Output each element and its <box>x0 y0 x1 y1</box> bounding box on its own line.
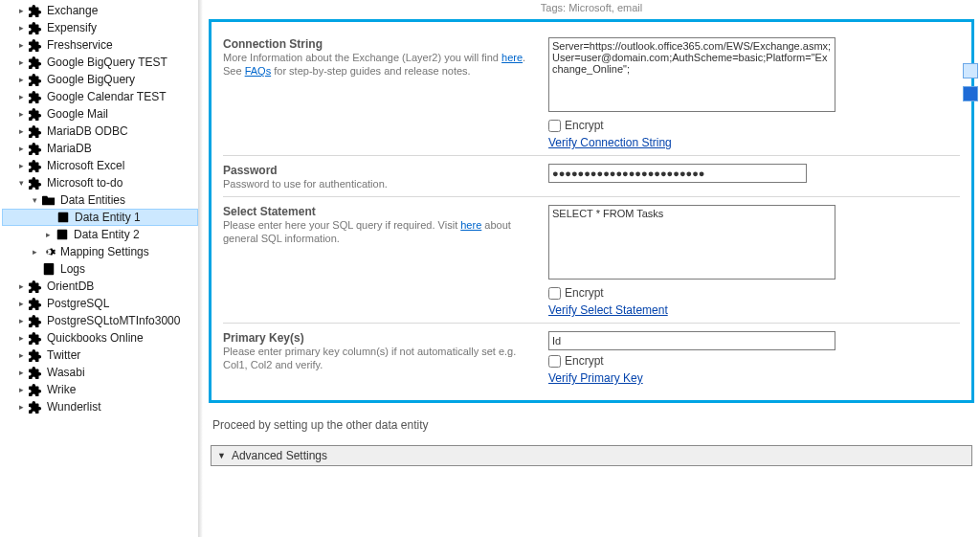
tree-item-label: Exchange <box>45 4 98 17</box>
tree-item-postgresqltomtinfo3000[interactable]: ▸PostgreSQLtoMTInfo3000 <box>2 312 198 329</box>
tree-item-data-entity-1[interactable]: Data Entity 1 <box>2 209 198 226</box>
chevron-right-icon[interactable]: ▸ <box>15 350 27 360</box>
chevron-right-icon[interactable]: ▸ <box>15 333 27 343</box>
faqs-link[interactable]: FAQs <box>245 65 272 77</box>
tree-item-freshservice[interactable]: ▸Freshservice <box>2 36 198 54</box>
primary-key-encrypt-checkbox[interactable] <box>548 355 561 368</box>
tree-item-google-mail[interactable]: ▸Google Mail <box>2 105 198 123</box>
verify-select-statement-link[interactable]: Verify Select Statement <box>548 303 668 317</box>
tree-item-label: Mapping Settings <box>58 245 149 258</box>
chevron-down-icon[interactable]: ▾ <box>15 178 27 188</box>
tree-item-data-entity-2[interactable]: ▸Data Entity 2 <box>2 226 198 243</box>
password-section: Password Password to use for authenticat… <box>223 155 960 196</box>
tree-item-wunderlist[interactable]: ▸Wunderlist <box>2 398 198 415</box>
exchange-info-link[interactable]: here <box>501 52 523 63</box>
chevron-right-icon[interactable]: ▸ <box>15 161 27 170</box>
datasheet-icon <box>55 227 70 242</box>
chevron-right-icon[interactable]: ▸ <box>15 109 27 119</box>
chevron-right-icon[interactable]: ▸ <box>15 23 27 33</box>
chevron-right-icon[interactable]: ▸ <box>15 144 27 153</box>
puzzle-icon <box>28 296 43 311</box>
tree-item-microsoft-to-do[interactable]: ▾Microsoft to-do <box>2 174 198 191</box>
gear-icon <box>41 244 56 259</box>
tree-item-expensify[interactable]: ▸Expensify <box>2 19 198 36</box>
verify-connection-string-link[interactable]: Verify Connection String <box>548 136 672 149</box>
password-heading: Password <box>223 164 537 177</box>
chevron-right-icon[interactable]: ▸ <box>15 57 27 67</box>
tree-item-wrike[interactable]: ▸Wrike <box>2 381 198 398</box>
tree-item-label: Microsoft Excel <box>45 159 124 172</box>
chevron-right-icon[interactable]: ▸ <box>15 92 27 101</box>
puzzle-icon <box>28 313 43 328</box>
advanced-settings-label: Advanced Settings <box>232 449 327 462</box>
verify-primary-key-link[interactable]: Verify Primary Key <box>548 371 643 385</box>
primary-key-description: Please enter primary key column(s) if no… <box>223 345 537 371</box>
connection-string-input[interactable] <box>548 37 835 112</box>
chevron-right-icon[interactable]: ▸ <box>15 299 27 308</box>
chevron-right-icon[interactable]: ▸ <box>15 126 27 136</box>
tree-item-label: Expensify <box>45 21 97 34</box>
tree-item-mapping-settings[interactable]: ▸Mapping Settings <box>2 243 198 260</box>
tree-item-label: Google Calendar TEST <box>45 90 167 103</box>
edge-button-1[interactable] <box>963 63 978 78</box>
tree-item-label: Google BigQuery TEST <box>45 56 167 69</box>
select-statement-input[interactable] <box>548 205 835 280</box>
tree-item-data-entities[interactable]: ▾Data Entities <box>2 191 198 209</box>
chevron-right-icon[interactable]: ▸ <box>42 230 54 239</box>
tree-item-label: PostgreSQL <box>45 297 109 310</box>
puzzle-icon <box>28 37 43 53</box>
encrypt-label: Encrypt <box>565 286 604 300</box>
sql-info-link[interactable]: here <box>460 219 481 231</box>
puzzle-icon <box>28 365 43 380</box>
chevron-down-icon[interactable]: ▾ <box>29 195 40 205</box>
tree-item-mariadb-odbc[interactable]: ▸MariaDB ODBC <box>2 123 198 140</box>
tree-item-logs[interactable]: Logs <box>2 260 198 278</box>
connection-string-section: Connection String More Information about… <box>223 30 960 155</box>
connection-string-heading: Connection String <box>223 37 537 51</box>
tree-item-google-bigquery[interactable]: ▸Google BigQuery <box>2 71 198 88</box>
proceed-hint-label: Proceed by setting up the other data ent… <box>212 418 970 432</box>
chevron-right-icon[interactable]: ▸ <box>15 402 27 412</box>
puzzle-icon <box>28 72 43 87</box>
chevron-right-icon[interactable]: ▸ <box>15 75 27 84</box>
puzzle-icon <box>28 106 43 122</box>
tree-item-mariadb[interactable]: ▸MariaDB <box>2 140 198 157</box>
tree-item-label: Wrike <box>45 383 76 396</box>
puzzle-icon <box>28 175 43 190</box>
puzzle-icon <box>28 20 43 35</box>
connections-tree[interactable]: ▸Exchange▸Expensify▸Freshservice▸Google … <box>0 0 199 537</box>
puzzle-icon <box>28 89 43 104</box>
select-statement-heading: Select Statement <box>223 205 537 218</box>
tree-item-google-calendar-test[interactable]: ▸Google Calendar TEST <box>2 88 198 105</box>
primary-key-input[interactable] <box>548 331 835 350</box>
tree-item-microsoft-excel[interactable]: ▸Microsoft Excel <box>2 157 198 174</box>
log-icon <box>41 261 56 277</box>
advanced-settings-toggle[interactable]: ▼ Advanced Settings <box>211 445 972 466</box>
chevron-right-icon[interactable]: ▸ <box>29 247 40 257</box>
tree-item-quickbooks-online[interactable]: ▸Quickbooks Online <box>2 329 198 347</box>
tree-item-twitter[interactable]: ▸Twitter <box>2 347 198 364</box>
chevron-right-icon[interactable]: ▸ <box>15 281 27 291</box>
tree-item-exchange[interactable]: ▸Exchange <box>2 2 198 19</box>
chevron-right-icon[interactable]: ▸ <box>15 6 27 15</box>
chevron-right-icon[interactable]: ▸ <box>15 385 27 394</box>
tree-item-wasabi[interactable]: ▸Wasabi <box>2 364 198 381</box>
select-statement-description: Please enter here your SQL query if requ… <box>223 218 537 245</box>
tree-item-google-bigquery-test[interactable]: ▸Google BigQuery TEST <box>2 54 198 71</box>
tree-item-orientdb[interactable]: ▸OrientDB <box>2 278 198 295</box>
tree-item-postgresql[interactable]: ▸PostgreSQL <box>2 295 198 312</box>
connection-string-encrypt-checkbox[interactable] <box>548 120 561 132</box>
chevron-right-icon[interactable]: ▸ <box>15 40 27 50</box>
password-input[interactable] <box>548 164 807 183</box>
primary-key-heading: Primary Key(s) <box>223 331 537 345</box>
chevron-right-icon[interactable]: ▸ <box>15 368 27 377</box>
tree-item-label: PostgreSQLtoMTInfo3000 <box>45 314 180 327</box>
chevron-right-icon[interactable]: ▸ <box>15 316 27 325</box>
tree-item-label: Wunderlist <box>45 400 100 414</box>
tree-item-label: Google Mail <box>45 107 108 121</box>
select-statement-encrypt-checkbox[interactable] <box>548 287 561 300</box>
puzzle-icon <box>28 3 43 18</box>
text: Please enter here your SQL query if requ… <box>223 219 460 231</box>
edge-button-2[interactable] <box>963 86 978 101</box>
puzzle-icon <box>28 141 43 156</box>
